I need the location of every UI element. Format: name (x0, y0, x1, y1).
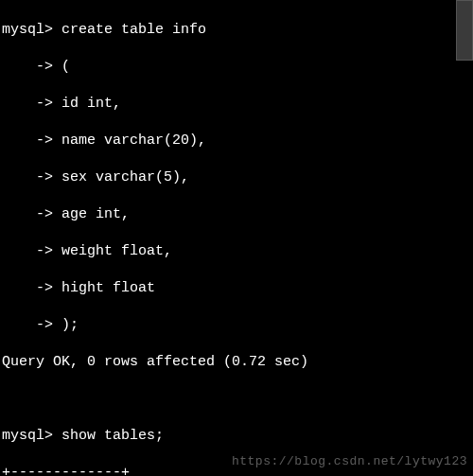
cont-line: -> ); (2, 316, 471, 335)
cont-line: -> age int, (2, 205, 471, 224)
terminal[interactable]: mysql> create table info -> ( -> id int,… (0, 0, 473, 476)
cont-line: -> weight float, (2, 242, 471, 261)
cont-line: -> sex varchar(5), (2, 168, 471, 187)
prompt-line: mysql> create table info (2, 21, 471, 40)
cont-line: -> id int, (2, 95, 471, 114)
cmd-create: create table info (61, 22, 206, 38)
table-border: +-------------+ (2, 464, 471, 477)
cmd-show: show tables; (61, 428, 164, 444)
cont-line: -> name varchar(20), (2, 132, 471, 150)
blank-line (2, 390, 471, 409)
cont-line: -> ( (2, 58, 471, 77)
scrollbar-thumb[interactable] (456, 0, 473, 61)
cont-line: -> hight float (2, 279, 471, 298)
result-line: Query OK, 0 rows affected (0.72 sec) (2, 353, 471, 372)
prompt-line: mysql> show tables; (2, 427, 471, 446)
